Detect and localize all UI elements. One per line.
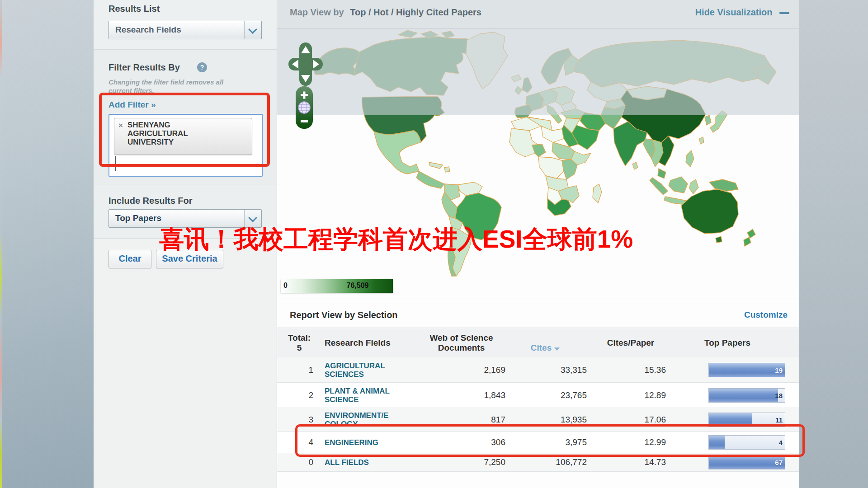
documents-value: 2,169 [415,365,505,375]
zoom-out-icon [301,120,308,122]
total-count-header: Total: 5 [285,333,313,353]
map-view-title: Map View by Top / Hot / Highly Cited Pap… [290,7,481,18]
top-papers-bar-fill [709,389,778,402]
clear-button[interactable]: Clear [108,250,151,268]
cites-per-paper-value: 12.89 [576,390,666,400]
research-field-link[interactable]: PLANT & ANIMAL SCIENCE [325,387,417,404]
cites-per-paper-value: 17.06 [576,415,666,425]
cites-value: 13,935 [496,415,587,425]
map-view-title-prefix: Map View by [290,7,344,17]
slide-background-left [0,0,94,488]
column-header-cites-per-paper[interactable]: Cites/Paper [585,338,676,348]
research-field-link[interactable]: AGRICULTURAL SCIENCES [325,361,417,379]
screenshot-stage: Results List Research Fields Filter Resu… [0,0,868,488]
row-rank: 1 [285,365,313,375]
minus-icon [779,12,789,14]
results-list-select[interactable]: Research Fields [108,21,262,39]
results-list-heading: Results List [108,4,160,14]
legend-min-value: 0 [283,282,288,290]
slide-background-right [799,0,868,488]
cites-value: 33,315 [496,365,587,375]
research-field-link[interactable]: ALL FIELDS [325,458,417,467]
map-pan-control[interactable] [288,42,323,86]
map-zoom-control[interactable] [295,86,313,129]
announcement-overlay-text: 喜讯！我校工程学科首次进入ESI全球前1% [159,225,633,253]
documents-value: 7,250 [415,457,505,467]
row-rank: 0 [285,457,313,467]
hide-visualization-link[interactable]: Hide Visualization [695,7,789,18]
slide-edge-strip [0,0,2,488]
visualization-header-band: Map View by Top / Hot / Highly Cited Pap… [277,0,799,29]
map-view-title-main: Top / Hot / Highly Cited Papers [350,7,481,17]
cites-header-label: Cites [531,343,552,352]
map-upper-gray-band [277,28,799,115]
sort-descending-icon [554,347,560,351]
results-list-selected-value: Research Fields [115,21,181,38]
documents-value: 1,843 [415,390,505,400]
column-header-top-papers[interactable]: Top Papers [682,338,773,348]
top-papers-bar: 18 [708,388,785,403]
cites-per-paper-value: 14.73 [576,457,666,467]
column-header-cites[interactable]: Cites [500,333,590,353]
chevron-down-icon[interactable] [244,21,261,39]
documents-value: 817 [415,415,505,425]
cites-value: 23,765 [496,390,587,400]
table-header-row: Total: 5 Research Fields Web of Science … [277,328,799,358]
top-papers-bar: 19 [708,363,785,377]
top-papers-bar: 67 [708,455,785,469]
engineering-row-highlight-annotation [295,424,805,457]
choropleth-legend: 0 76,509 [281,279,393,293]
table-row: 1AGRICULTURAL SCIENCES2,16933,31515.3619 [277,357,799,383]
hide-visualization-label: Hide Visualization [695,7,773,17]
cites-per-paper-value: 15.36 [576,365,666,375]
customize-link[interactable]: Customize [744,310,788,320]
include-results-selected-value: Top Papers [115,210,161,226]
column-header-documents[interactable]: Web of Science Documents [417,333,505,353]
divider [277,302,799,302]
top-papers-value: 11 [775,416,783,424]
filter-highlight-annotation [99,93,270,167]
row-rank: 3 [285,415,313,425]
top-papers-bar-fill [709,455,785,469]
globe-icon [298,102,310,113]
filter-results-heading: Filter Results By [108,62,180,73]
top-papers-value: 18 [775,391,783,399]
include-results-heading: Include Results For [108,196,193,206]
sidebar-footer-section [94,238,277,488]
cites-value: 106,772 [496,457,587,467]
column-header-research-fields[interactable]: Research Fields [325,338,415,348]
report-view-title: Report View by Selection [290,310,398,320]
top-papers-value: 19 [775,366,783,374]
filter-note-line1: Changing the filter field removes all [108,78,223,86]
top-papers-value: 67 [775,459,783,466]
table-row: 2PLANT & ANIMAL SCIENCE1,84323,76512.891… [277,383,799,408]
top-papers-bar-fill [709,363,785,377]
legend-max-value: 76,509 [326,282,389,290]
help-icon[interactable]: ? [197,62,207,72]
row-rank: 2 [285,390,313,400]
